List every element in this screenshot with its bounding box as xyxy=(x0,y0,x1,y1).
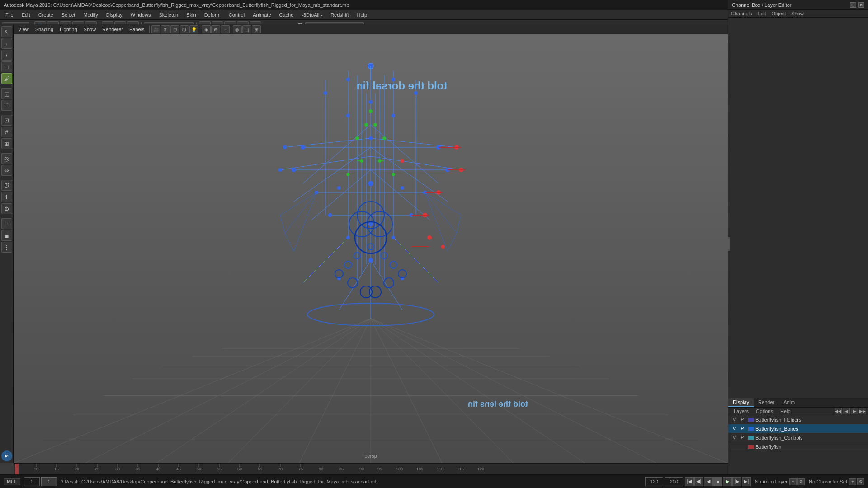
panel-close-btn[interactable]: ✕ xyxy=(858,2,864,8)
svg-point-60 xyxy=(283,145,287,149)
menu-file[interactable]: File xyxy=(2,11,17,19)
vp-smooth-btn[interactable]: ⬡ xyxy=(180,25,189,33)
menu-skin[interactable]: Skin xyxy=(183,11,199,19)
goto-end-btn[interactable]: ▶| xyxy=(742,477,751,486)
cb-menu-channels[interactable]: Channels xyxy=(731,11,752,16)
play-back-btn[interactable]: ◀ xyxy=(704,477,713,486)
svg-text:80: 80 xyxy=(319,467,323,471)
menu-display[interactable]: Display xyxy=(103,11,126,19)
deform-btn3[interactable]: ⋮ xyxy=(1,242,12,253)
curve-tool2[interactable]: ⬚ xyxy=(1,100,12,111)
menu-windows[interactable]: Windows xyxy=(127,11,155,19)
menu-redshift[interactable]: Redshift xyxy=(327,11,352,19)
vertex-mode-btn[interactable]: · xyxy=(1,38,12,49)
frame-current-input[interactable] xyxy=(41,477,57,486)
layer-tab-anim[interactable]: Anim xyxy=(779,398,799,407)
layer-item-helpers[interactable]: V P Butterflyfish_Helpers xyxy=(728,415,868,424)
snap-edge-btn[interactable]: ⊞ xyxy=(1,138,12,149)
vp-hud-btn[interactable]: ⊞ xyxy=(252,25,261,33)
anim-layer-settings-btn[interactable]: ⚙ xyxy=(797,478,805,485)
paint-weights-btn[interactable]: 🖌 xyxy=(1,73,12,84)
timeline[interactable]: 1 10 15 20 25 30 35 40 45 50 55 60 65 70… xyxy=(14,463,728,474)
vp-menu-lighting[interactable]: Lighting xyxy=(57,26,80,33)
deform-btn2[interactable]: ≣ xyxy=(1,230,12,241)
soft-sel-btn[interactable]: ◎ xyxy=(1,153,12,164)
viewport-toolbar: View Shading Lighting Show Renderer Pane… xyxy=(14,24,728,34)
svg-text:55: 55 xyxy=(217,467,222,471)
layer-nav-next-next[interactable]: ▶▶ xyxy=(859,408,866,414)
layer-nav-prev-prev[interactable]: ◀◀ xyxy=(835,408,842,414)
curve-tool1[interactable]: ◱ xyxy=(1,88,12,99)
vp-cam-btn[interactable]: 🎥 xyxy=(151,25,160,33)
cb-menu-edit[interactable]: Edit xyxy=(757,11,766,16)
viewport-perspective-label: persp xyxy=(364,453,377,459)
menu-deform[interactable]: Deform xyxy=(201,11,224,19)
vp-menu-shading[interactable]: Shading xyxy=(33,26,56,33)
layer-item-bones[interactable]: V P Butterflyfish_Bones xyxy=(728,424,868,433)
layer-subtab-help[interactable]: Help xyxy=(777,408,794,415)
step-back-btn[interactable]: ◀| xyxy=(694,477,703,486)
vp-bb-btn[interactable]: ⬚ xyxy=(242,25,251,33)
select-mode-btn[interactable]: ↖ xyxy=(1,26,12,37)
vp-light-btn[interactable]: 💡 xyxy=(189,25,198,33)
vp-pts-btn[interactable]: · xyxy=(221,25,230,33)
vp-xray-btn[interactable]: ◈ xyxy=(202,25,211,33)
char-set-settings-btn[interactable]: ⚙ xyxy=(857,478,864,485)
range-end-input[interactable] xyxy=(645,477,663,486)
layer-nav-next[interactable]: ▶ xyxy=(851,408,858,414)
vp-menu-view[interactable]: View xyxy=(15,26,32,33)
layer-item-fish[interactable]: Butterflyfish xyxy=(728,442,868,451)
mel-python-toggle[interactable]: MEL xyxy=(4,478,20,485)
menu-cache[interactable]: Cache xyxy=(276,11,297,19)
panel-float-btn[interactable]: ⊡ xyxy=(850,2,856,8)
menu-control[interactable]: Control xyxy=(225,11,248,19)
step-fwd-btn[interactable]: |▶ xyxy=(732,477,741,486)
cb-menu-show[interactable]: Show xyxy=(791,11,804,16)
menu-create[interactable]: Create xyxy=(35,11,57,19)
deform-btn1[interactable]: ≡ xyxy=(1,218,12,229)
svg-line-8 xyxy=(14,319,371,463)
edge-mode-btn[interactable]: / xyxy=(1,50,12,61)
vp-menu-show[interactable]: Show xyxy=(81,26,99,33)
menu-animate[interactable]: Animate xyxy=(249,11,274,19)
layer-nav-prev[interactable]: ◀ xyxy=(843,408,850,414)
stop-btn[interactable]: ■ xyxy=(713,477,722,486)
vp-menu-panels[interactable]: Panels xyxy=(127,26,147,33)
layer-subtab-options[interactable]: Options xyxy=(752,408,777,415)
viewport-canvas[interactable]: told the dorsal fin told the lens fin xyxy=(14,34,728,463)
menu-modify[interactable]: Modify xyxy=(80,11,101,19)
face-mode-btn[interactable]: □ xyxy=(1,61,12,72)
goto-start-btn[interactable]: |◀ xyxy=(685,477,694,486)
vp-isolate-btn[interactable]: ◎ xyxy=(233,25,242,33)
svg-point-56 xyxy=(392,114,395,117)
vp-wire-btn[interactable]: ⊡ xyxy=(170,25,179,33)
cb-menu-object[interactable]: Object xyxy=(771,11,786,16)
frame-start-input[interactable] xyxy=(24,477,40,486)
rig-visualization xyxy=(258,57,484,328)
menu-skeleton[interactable]: Skeleton xyxy=(155,11,182,19)
menu-select[interactable]: Select xyxy=(58,11,79,19)
snap-vertex-btn[interactable]: ⊡ xyxy=(1,115,12,126)
anim-layer-add-btn[interactable]: + xyxy=(789,478,797,485)
snap-grid-btn[interactable]: # xyxy=(1,127,12,137)
panel-resize-handle[interactable] xyxy=(728,237,730,251)
history-btn[interactable]: ⏱ xyxy=(1,180,12,191)
layer-tab-render[interactable]: Render xyxy=(754,398,779,407)
settings-btn[interactable]: ⚙ xyxy=(1,203,12,214)
char-set-add-btn[interactable]: + xyxy=(849,478,856,485)
play-forward-btn[interactable]: ▶ xyxy=(723,477,732,486)
layer-tab-display[interactable]: Display xyxy=(728,398,754,407)
svg-point-108 xyxy=(347,173,349,176)
vp-grid-btn[interactable]: # xyxy=(161,25,170,33)
range-end2-input[interactable] xyxy=(665,477,683,486)
menu-edit[interactable]: Edit xyxy=(18,11,34,19)
layer-item-controls[interactable]: V P Butterflyfish_Controls xyxy=(728,433,868,442)
menu-3dtall[interactable]: -3DtoAll - xyxy=(298,11,326,19)
vp-menu-renderer[interactable]: Renderer xyxy=(99,26,126,33)
vp-rig-btn[interactable]: ⊕ xyxy=(211,25,220,33)
maya-logo-btn[interactable]: M xyxy=(1,450,12,461)
info-btn[interactable]: ℹ xyxy=(1,192,12,202)
layer-subtab-layers[interactable]: Layers xyxy=(730,408,752,415)
menu-help[interactable]: Help xyxy=(354,11,371,19)
sym-btn[interactable]: ⇔ xyxy=(1,165,12,176)
